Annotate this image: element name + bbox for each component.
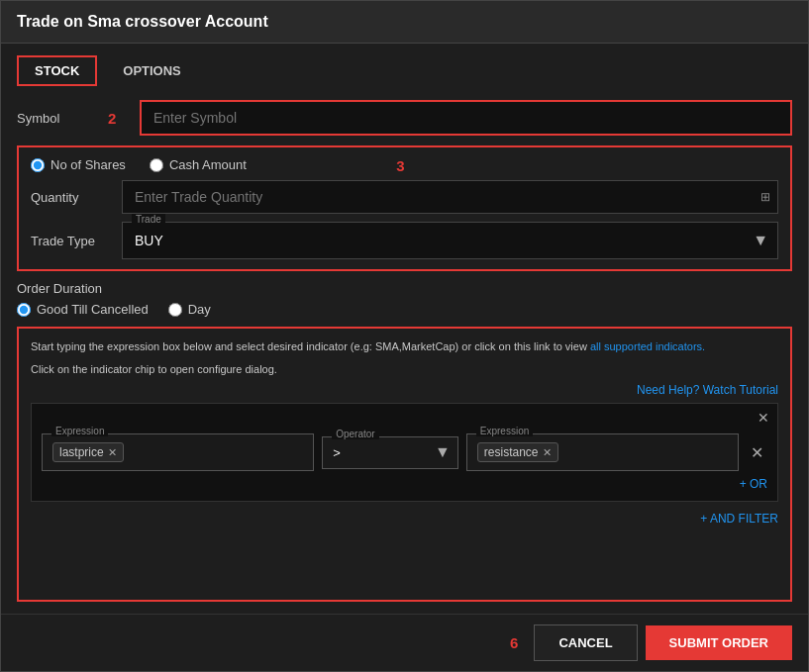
footer-step-badge: 6 (510, 634, 518, 651)
radio-row: No of Shares Cash Amount 3 (31, 157, 778, 172)
submit-order-button[interactable]: SUBMIT ORDER (646, 625, 792, 660)
expression1-input[interactable]: lastprice ✕ (42, 433, 314, 471)
help-link[interactable]: Need Help? Watch Tutorial (31, 383, 778, 397)
tab-stock[interactable]: STOCK (17, 55, 97, 86)
expression2-input[interactable]: resistance ✕ (466, 433, 739, 471)
expression2-field: Expression resistance ✕ (466, 433, 739, 471)
section3-step-badge: 3 (396, 157, 404, 174)
expression1-label: Expression (51, 426, 108, 436)
lastprice-chip-remove[interactable]: ✕ (108, 446, 117, 459)
symbol-step-badge: 2 (108, 110, 128, 127)
quantity-label: Quantity (31, 190, 110, 205)
order-duration-section: Order Duration Good Till Cancelled Day (17, 281, 792, 317)
or-button[interactable]: + OR (42, 477, 767, 491)
quantity-row: Quantity ⊞ (31, 180, 778, 214)
symbol-label: Symbol (17, 111, 96, 126)
no-of-shares-radio[interactable] (31, 158, 45, 172)
dialog-footer: 6 CANCEL SUBMIT ORDER (1, 614, 808, 671)
gtc-radio[interactable] (17, 303, 31, 317)
order-duration-label: Order Duration (17, 281, 792, 296)
day-radio[interactable] (168, 303, 182, 317)
cash-amount-label[interactable]: Cash Amount (150, 157, 247, 172)
expression-section: Start typing the expression box below an… (17, 327, 792, 602)
and-filter-button[interactable]: + AND FILTER (31, 512, 778, 526)
operator-select[interactable]: > < = >= <= != (322, 436, 458, 469)
operator-field: Operator > < = >= <= != ▼ (322, 436, 458, 469)
gtc-label[interactable]: Good Till Cancelled (17, 302, 149, 317)
no-of-shares-label[interactable]: No of Shares (31, 157, 126, 172)
dialog-title: Trade on Sma crossover Account (1, 1, 808, 44)
expression2-label: Expression (476, 426, 533, 436)
day-label[interactable]: Day (168, 302, 211, 317)
expression-row-clear-button[interactable]: ✕ (747, 439, 767, 466)
dialog-body: STOCK OPTIONS Symbol 2 No of Shares Cash… (1, 44, 808, 614)
supported-indicators-link[interactable]: all supported indicators. (590, 340, 705, 352)
expression-desc: Start typing the expression box below an… (31, 338, 778, 355)
expression-inner: ✕ Expression lastprice ✕ (31, 403, 778, 502)
resistance-chip-remove[interactable]: ✕ (543, 446, 552, 459)
resistance-chip[interactable]: resistance ✕ (477, 442, 558, 462)
tab-options[interactable]: OPTIONS (105, 55, 199, 86)
cancel-button[interactable]: CANCEL (534, 624, 637, 661)
lastprice-chip[interactable]: lastprice ✕ (52, 442, 124, 462)
trade-type-label: Trade Type (31, 234, 110, 248)
duration-row: Good Till Cancelled Day (17, 302, 792, 317)
trade-type-select[interactable]: BUY SELL (122, 222, 778, 259)
quantity-icon: ⊞ (760, 190, 770, 204)
section-3-box: No of Shares Cash Amount 3 Quantity ⊞ Tr… (17, 145, 792, 271)
tab-bar: STOCK OPTIONS (17, 55, 792, 86)
operator-label: Operator (332, 429, 378, 439)
trade-type-row: Trade Type Trade BUY SELL ▼ (31, 222, 778, 259)
expression-desc2: Click on the indicator chip to open conf… (31, 361, 778, 378)
symbol-row: Symbol 2 (17, 100, 792, 136)
quantity-input-wrap: ⊞ (122, 180, 778, 214)
expression1-field: Expression lastprice ✕ (42, 433, 314, 471)
trade-type-wrap: Trade BUY SELL ▼ (122, 222, 778, 259)
quantity-input[interactable] (122, 180, 778, 214)
symbol-input[interactable] (140, 100, 792, 136)
trade-dialog: Trade on Sma crossover Account STOCK OPT… (0, 0, 809, 672)
trade-field-label: Trade (132, 214, 165, 225)
cash-amount-radio[interactable] (150, 158, 163, 172)
expression-close-button[interactable]: ✕ (758, 410, 769, 426)
expr-row: Expression lastprice ✕ Operator > (42, 433, 767, 471)
